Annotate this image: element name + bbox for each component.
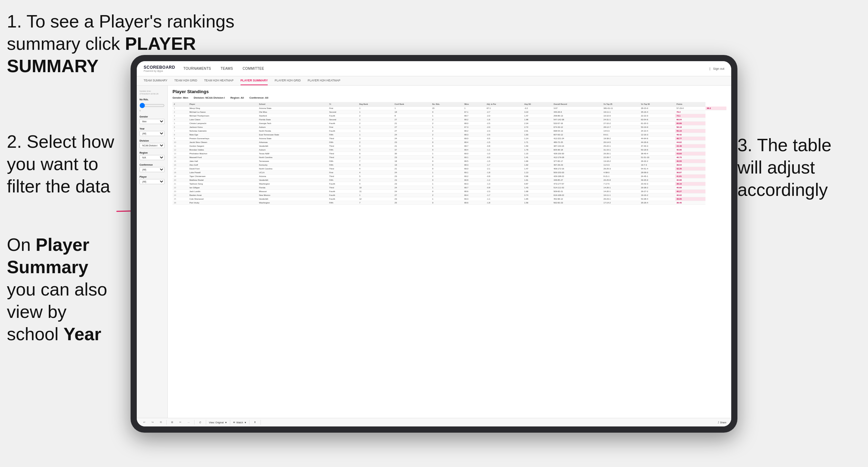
filter-player: Player (All) — [140, 176, 165, 184]
subnav-player-h2h-heatmap[interactable]: PLAYER H2H HEATMAP — [308, 76, 340, 85]
cell-12-11: 20-26-1 — [602, 152, 639, 156]
cell-9-4: 2 — [358, 141, 393, 144]
gender-select[interactable]: Men Women — [140, 119, 165, 124]
subnav-team-h2h-heatmap[interactable]: TEAM H2H HEATMAP — [204, 76, 234, 85]
subnav-team-h2h-grid[interactable]: TEAM H2H GRID — [174, 76, 197, 85]
cell-8-3: Third — [328, 137, 358, 141]
cell-16-1: David Ford — [188, 167, 258, 171]
cell-22-7: 68.6 — [463, 190, 485, 193]
toolbar-undo2[interactable]: ⟲ — [158, 420, 164, 424]
cell-1-0: 2 — [173, 110, 188, 114]
toolbar-share[interactable]: ⤴ Share — [718, 421, 726, 424]
cell-15-1: Alex Goff — [188, 163, 258, 167]
cell-0-1: Wenyi Ding — [188, 107, 258, 110]
cell-18-1: Tiger Christensen — [188, 175, 258, 178]
cell-13-6: 0 — [431, 156, 463, 159]
cell-24-12: 53-38-4 — [639, 197, 675, 201]
cell-13-12: 51-51-10 — [639, 156, 675, 159]
cell-25-7: 68.6 — [463, 201, 485, 205]
subnav-team-summary[interactable]: TEAM SUMMARY — [144, 76, 167, 85]
cell-18-6: 2 — [431, 175, 463, 178]
cell-2-11: 10-10-0 — [602, 114, 639, 118]
filter-conference: Conference (All) — [140, 164, 165, 172]
table-row: 14Maxwell FordNorth CarolinaThird223069.… — [173, 156, 726, 159]
cell-4-12: 61-20-3 — [639, 122, 675, 125]
toolbar-dots[interactable]: ··· — [186, 421, 191, 424]
cell-6-9: 2.01 — [523, 129, 552, 133]
cell-18-2: Arizona — [258, 175, 328, 178]
toolbar-clock[interactable]: ⏱ — [197, 421, 203, 424]
toolbar-watch[interactable]: 👁 Watch ▼ — [233, 421, 247, 424]
cell-12-13: 43.83 — [675, 152, 705, 156]
cell-24-1: Cole Sherwood — [188, 197, 258, 201]
cell-13-5: 23 — [393, 156, 431, 159]
toolbar-view[interactable]: View: Original ▼ — [209, 421, 227, 424]
cell-19-0: 20 — [173, 178, 188, 182]
cell-20-12: 23-42-3 — [639, 182, 675, 186]
subnav-player-summary[interactable]: PLAYER SUMMARY — [241, 76, 268, 85]
cell-24-2: Vanderbilt — [258, 197, 328, 201]
cell-2-4: 2 — [358, 114, 393, 118]
nav-teams[interactable]: TEAMS — [221, 65, 233, 72]
cell-20-0: 21 — [173, 182, 188, 186]
cell-4-1: Christo Lamprecht — [188, 122, 258, 125]
cell-18-8: -0.8 — [485, 175, 523, 178]
cell-24-13: 39.95 — [675, 197, 705, 201]
table-row: 18Luke PowellUCLAFirst424169.1-1.81.1350… — [173, 171, 726, 175]
toolbar-divider4 — [230, 420, 230, 425]
nav-tournaments[interactable]: TOURNAMENTS — [183, 65, 211, 72]
year-label: Year — [140, 127, 165, 130]
cell-7-1: Mats Ege — [188, 133, 258, 137]
cell-13-0: 14 — [173, 156, 188, 159]
col-reg-rank: Reg Rank — [358, 102, 393, 107]
cell-7-11: 8-6-1 — [602, 133, 639, 137]
cell-2-1: Michael Thorbjornsen — [188, 114, 258, 118]
cell-16-12: 54-51-4 — [639, 167, 675, 171]
table-row: 9Preston SummerhaysArizona StateThird324… — [173, 137, 726, 141]
col-rank: # — [173, 102, 188, 107]
table-row: 20Matthew RiedelVanderbiltFifth923068.8-… — [173, 178, 726, 182]
cell-19-1: Matthew Riedel — [188, 178, 258, 182]
toolbar-redo[interactable]: ↪ — [150, 420, 155, 424]
toolbar-export[interactable]: ⬆ — [252, 420, 258, 424]
cell-11-2: Auburn — [258, 148, 328, 152]
cell-0-3: First — [328, 107, 358, 110]
conference-select[interactable]: (All) — [140, 167, 165, 172]
cell-4-8: -2.5 — [485, 122, 523, 125]
cell-11-9: 1.79 — [523, 148, 552, 152]
no-rids-slider[interactable] — [140, 103, 165, 108]
region-select[interactable]: N/A All — [140, 155, 165, 160]
cell-14-10: 377-82-17 — [552, 159, 602, 163]
cell-19-5: 23 — [393, 178, 431, 182]
cell-18-4: 5 — [358, 175, 393, 178]
cell-7-5: 24 — [393, 133, 431, 137]
toolbar-undo[interactable]: ↩ — [142, 420, 147, 424]
toolbar-cut[interactable]: ✂ — [178, 420, 183, 424]
toolbar-copy[interactable]: ⊞ — [169, 420, 175, 424]
cell-1-8: -2.7 — [485, 110, 523, 114]
year-select[interactable]: (All) First Second Third Fourth Fifth — [140, 131, 165, 136]
cell-9-11: 20-14-5 — [602, 141, 639, 144]
col-wins: Wins — [463, 102, 485, 107]
subnav-player-h2h-grid[interactable]: PLAYER H2H GRID — [275, 76, 301, 85]
division-select[interactable]: NCAA Division I — [140, 143, 165, 148]
cell-9-12: 44-26-6 — [639, 141, 675, 144]
cell-25-0: 26 — [173, 201, 188, 205]
player-select[interactable]: (All) — [140, 179, 165, 184]
cell-14-2: Tennessee — [258, 159, 328, 163]
cell-23-10: 616-168-22 — [552, 193, 602, 197]
toolbar-divider6 — [260, 420, 261, 425]
cell-24-4: 12 — [358, 197, 393, 201]
cell-17-11: 4-58-0 — [602, 171, 639, 175]
nav-committee[interactable]: COMMITTEE — [243, 65, 264, 72]
sign-out-link[interactable]: Sign out — [713, 67, 724, 70]
cell-12-4: 6 — [358, 152, 393, 156]
cell-20-11: 7-17-5 — [602, 182, 639, 186]
cell-11-10: 605-96-18 — [552, 148, 602, 152]
cell-20-3: Fourth — [328, 182, 358, 186]
cell-6-4: 1 — [358, 129, 393, 133]
cell-3-4: 1 — [358, 118, 393, 122]
cell-15-8: -1.7 — [485, 163, 523, 167]
cell-9-0: 10 — [173, 141, 188, 144]
table-title: Player Standings — [173, 89, 726, 94]
